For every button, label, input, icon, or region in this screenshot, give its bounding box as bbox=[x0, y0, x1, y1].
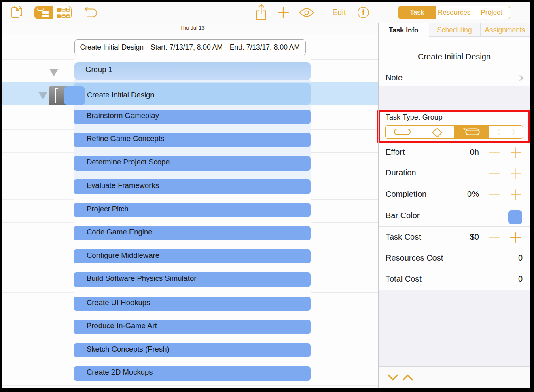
svg-text:i: i bbox=[362, 8, 364, 17]
